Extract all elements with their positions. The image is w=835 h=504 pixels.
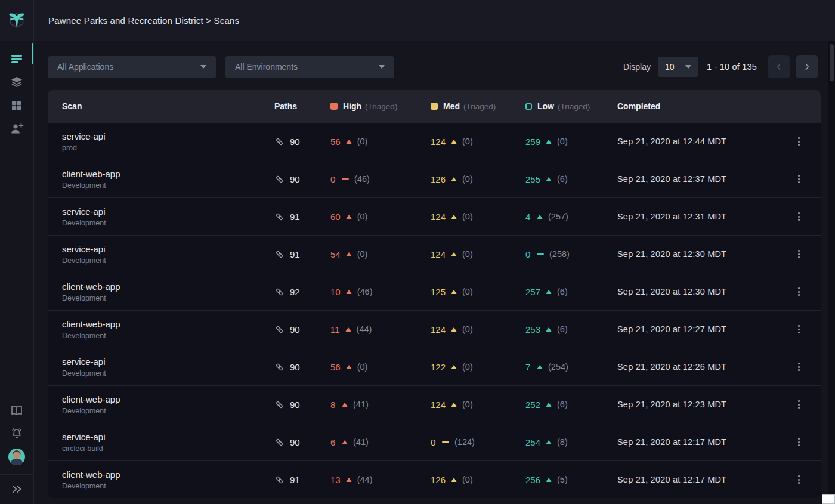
scrollbar-track[interactable] bbox=[828, 41, 835, 504]
low-count: 253 bbox=[525, 324, 540, 335]
completed-timestamp: Sep 21, 2020 at 12:17 MDT bbox=[617, 437, 787, 447]
high-count: 54 bbox=[330, 249, 341, 259]
scans-table: Scan Paths High (Triaged) Med (Triaged) … bbox=[48, 90, 821, 498]
row-menu-button[interactable] bbox=[791, 246, 806, 262]
user-add-icon bbox=[10, 122, 24, 136]
scan-environment: Development bbox=[62, 294, 274, 302]
scan-cell: service-api prod bbox=[62, 131, 274, 152]
high-cell: 6 (41) bbox=[330, 437, 431, 447]
table-row[interactable]: client-web-app Development 90 11 (44) 12… bbox=[48, 310, 821, 348]
sidebar-item-notifications[interactable] bbox=[0, 422, 34, 445]
sidebar-item-docs[interactable] bbox=[0, 398, 34, 422]
paths-count: 92 bbox=[290, 287, 300, 297]
paths-cell: 90 bbox=[274, 174, 330, 184]
low-count: 7 bbox=[525, 362, 531, 372]
paths-count: 90 bbox=[290, 324, 300, 335]
environments-filter-select[interactable]: All Environments bbox=[225, 56, 394, 78]
med-triaged-count: (0) bbox=[462, 324, 473, 334]
completed-timestamp: Sep 21, 2020 at 12:44 MDT bbox=[617, 137, 787, 146]
trend-icon bbox=[342, 440, 348, 444]
trend-icon bbox=[342, 403, 348, 407]
completed-timestamp: Sep 21, 2020 at 12:30 MDT bbox=[617, 287, 787, 296]
completed-timestamp: Sep 21, 2020 at 12:30 MDT bbox=[617, 249, 787, 259]
high-triaged-count: (0) bbox=[357, 362, 368, 372]
paths-count: 91 bbox=[290, 475, 300, 485]
sidebar-item-profile[interactable] bbox=[0, 445, 34, 468]
row-menu-button[interactable] bbox=[791, 434, 806, 450]
phoenix-logo-icon bbox=[6, 10, 27, 31]
pagination-controls: Display 10 1 - 10 of 135 bbox=[623, 55, 818, 78]
sidebar-item-grid[interactable] bbox=[0, 94, 34, 117]
column-header-low: Low (Triaged) bbox=[525, 101, 617, 111]
row-menu-button[interactable] bbox=[791, 397, 806, 412]
table-row[interactable]: service-api Development 91 54 (0) 124 (0… bbox=[48, 235, 821, 273]
sidebar-item-scans-list[interactable] bbox=[0, 47, 34, 70]
scan-environment: prod bbox=[62, 144, 274, 152]
scan-environment: Development bbox=[62, 369, 274, 378]
link-icon bbox=[274, 437, 284, 447]
paths-count: 91 bbox=[290, 249, 300, 259]
paths-count: 90 bbox=[290, 174, 300, 184]
sidebar-item-layers[interactable] bbox=[0, 70, 34, 94]
row-menu-button[interactable] bbox=[791, 321, 806, 337]
trend-icon bbox=[546, 327, 552, 332]
sidebar-item-invite-user[interactable] bbox=[0, 117, 34, 140]
high-triaged-count: (41) bbox=[353, 400, 369, 409]
trend-icon bbox=[546, 140, 552, 144]
chevron-down-icon bbox=[379, 65, 385, 69]
trend-icon bbox=[451, 478, 457, 482]
table-row[interactable]: service-api prod 90 56 (0) 124 (0) 259 bbox=[48, 122, 821, 160]
paths-count: 90 bbox=[290, 437, 300, 447]
scan-environment: circleci-build bbox=[62, 444, 274, 453]
med-count: 126 bbox=[431, 475, 446, 485]
completed-timestamp: Sep 21, 2020 at 12:23 MDT bbox=[617, 400, 787, 409]
med-triaged-count: (0) bbox=[462, 400, 473, 409]
table-row[interactable]: service-api Development 91 60 (0) 124 (0… bbox=[48, 197, 821, 235]
link-icon bbox=[274, 174, 284, 184]
column-header-paths: Paths bbox=[274, 101, 330, 111]
high-triaged-count: (41) bbox=[353, 437, 369, 447]
chevron-left-icon bbox=[775, 63, 783, 71]
table-row[interactable]: client-web-app Development 92 10 (46) 12… bbox=[48, 273, 821, 310]
low-cell: 4 (257) bbox=[525, 212, 617, 222]
high-count: 8 bbox=[330, 400, 336, 410]
row-menu-button[interactable] bbox=[791, 134, 806, 149]
main-content: All Applications All Environments Displa… bbox=[34, 41, 835, 504]
table-row[interactable]: service-api Development 90 56 (0) 122 (0… bbox=[48, 348, 821, 385]
row-menu-button[interactable] bbox=[791, 472, 806, 487]
scan-name: client-web-app bbox=[62, 469, 274, 480]
high-triaged-count: (46) bbox=[357, 287, 373, 296]
link-icon bbox=[274, 137, 284, 147]
layers-icon bbox=[10, 75, 24, 89]
sidebar-expand-button[interactable] bbox=[0, 477, 34, 500]
completed-timestamp: Sep 21, 2020 at 12:17 MDT bbox=[617, 475, 787, 484]
scrollbar-thumb[interactable] bbox=[830, 44, 834, 81]
low-count: 0 bbox=[525, 249, 531, 259]
app-logo[interactable] bbox=[0, 0, 34, 41]
table-row[interactable]: service-api circleci-build 90 6 (41) 0 (… bbox=[48, 423, 821, 460]
table-row[interactable]: client-web-app Development 91 13 (44) 12… bbox=[48, 460, 821, 498]
page-size-select[interactable]: 10 bbox=[658, 57, 698, 77]
row-menu-button[interactable] bbox=[791, 209, 806, 224]
trend-icon bbox=[546, 403, 552, 407]
double-chevron-right-icon bbox=[10, 484, 23, 494]
row-menu-button[interactable] bbox=[791, 284, 806, 299]
link-icon bbox=[274, 212, 284, 222]
med-cell: 124 (0) bbox=[431, 324, 525, 335]
sidebar-top-group bbox=[0, 47, 34, 140]
med-count: 125 bbox=[431, 287, 446, 297]
low-cell: 7 (254) bbox=[525, 362, 617, 372]
table-row[interactable]: client-web-app Development 90 0 (46) 126… bbox=[48, 160, 821, 197]
trend-icon bbox=[451, 365, 457, 369]
scan-name: client-web-app bbox=[62, 319, 274, 329]
next-page-button[interactable] bbox=[796, 55, 818, 78]
link-icon bbox=[274, 362, 284, 372]
applications-filter-select[interactable]: All Applications bbox=[48, 56, 216, 78]
row-menu-button[interactable] bbox=[791, 171, 806, 187]
previous-page-button[interactable] bbox=[768, 55, 790, 78]
table-row[interactable]: client-web-app Development 90 8 (41) 124… bbox=[48, 385, 821, 423]
med-cell: 126 (0) bbox=[431, 475, 525, 485]
row-menu-button[interactable] bbox=[791, 359, 806, 375]
high-triaged-count: (0) bbox=[357, 212, 368, 221]
med-triaged-count: (0) bbox=[462, 287, 473, 296]
